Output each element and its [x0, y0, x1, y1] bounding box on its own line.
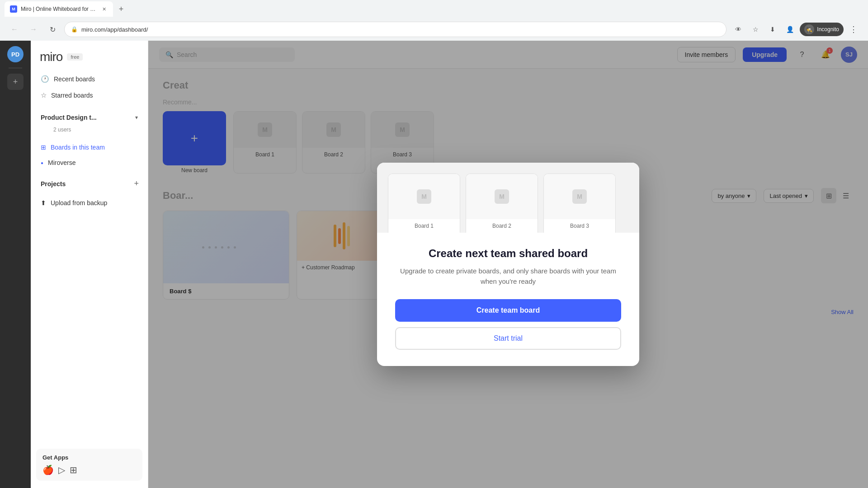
address-bar[interactable]: 🔒 miro.com/app/dashboard/	[64, 22, 726, 37]
team-users-count: 2 users	[36, 125, 142, 136]
miroverse-label: Miroverse	[48, 159, 75, 166]
browser-toolbar: ← → ↻ 🔒 miro.com/app/dashboard/ 👁 ☆ ⬇ 👤 …	[0, 18, 868, 41]
modal-miro-watermark-3: M	[572, 189, 587, 204]
upload-icon: ⬆	[41, 199, 46, 206]
modal-board-thumb-2: M	[466, 174, 538, 219]
clock-icon: 🕐	[41, 75, 49, 83]
boards-icon: ⊞	[41, 144, 46, 151]
modal-board-2: M Board 2	[466, 174, 538, 233]
left-sidebar-thin: PD +	[0, 41, 31, 488]
new-tab-button[interactable]: +	[115, 3, 127, 15]
team-section: Product Design t... ▾ 2 users	[31, 103, 148, 140]
add-project-button[interactable]: +	[130, 177, 142, 190]
modal-board-thumb-1: M	[388, 174, 460, 219]
modal-board-label-2: Board 2	[466, 219, 538, 233]
incognito-label: Incognito	[817, 26, 839, 33]
refresh-button[interactable]: ↻	[45, 22, 60, 37]
main-content: 🔍 Search Invite members Upgrade ? 🔔 1 SJ…	[148, 41, 868, 488]
profile-icon[interactable]: 👤	[783, 22, 797, 37]
bookmark-icon[interactable]: ☆	[748, 22, 763, 37]
download-icon[interactable]: ⬇	[765, 22, 780, 37]
url-text: miro.com/app/dashboard/	[81, 26, 720, 33]
modal-board-1: M Board 1	[388, 174, 460, 233]
get-apps-box: Get Apps 🍎 ▷ ⊞	[36, 449, 142, 481]
miroverse-icon: ●	[41, 160, 43, 165]
android-icon[interactable]: ▷	[58, 465, 65, 475]
add-workspace-button[interactable]: +	[7, 74, 24, 90]
sidebar-bottom: Get Apps 🍎 ▷ ⊞	[31, 441, 148, 488]
modal-dialog: ✕ M Board 1 M	[377, 163, 639, 366]
browser-tab-active[interactable]: M Miro | Online Whiteboard for Vi... ✕	[5, 1, 113, 17]
create-team-board-button[interactable]: Create team board	[395, 299, 621, 322]
tab-favicon: M	[10, 5, 17, 13]
modal-board-3: M Board 3	[543, 174, 616, 233]
upload-label: Upload from backup	[51, 199, 107, 206]
sidebar-item-recent-boards[interactable]: 🕐 Recent boards	[36, 71, 142, 87]
lock-icon: 🔒	[71, 26, 78, 33]
star-icon: ☆	[41, 91, 47, 99]
browser-tabs: M Miro | Online Whiteboard for Vi... ✕ +	[0, 0, 868, 18]
modal-title: Create next team shared board	[395, 247, 621, 260]
incognito-area: 🕵 Incognito	[800, 23, 844, 36]
miro-logo: miro	[40, 50, 62, 64]
sidebar-item-miroverse[interactable]: ● Miroverse	[36, 155, 142, 170]
main-sidebar: miro free 🕐 Recent boards ☆ Starred boar…	[31, 41, 148, 488]
app-icons: 🍎 ▷ ⊞	[42, 465, 136, 475]
user-avatar-sidebar[interactable]: PD	[7, 46, 24, 62]
sidebar-team-nav: ⊞ Boards in this team ● Miroverse	[31, 140, 148, 170]
upload-from-backup-button[interactable]: ⬆ Upload from backup	[36, 196, 142, 210]
get-apps-title: Get Apps	[42, 454, 136, 461]
toolbar-actions: 👁 ☆ ⬇ 👤 🕵 Incognito ⋮	[731, 22, 861, 37]
modal-miro-watermark-2: M	[495, 189, 509, 204]
back-button[interactable]: ←	[7, 22, 22, 37]
sidebar-nav: 🕐 Recent boards ☆ Starred boards	[31, 71, 148, 103]
sidebar-divider	[9, 68, 22, 68]
modal-board-thumb-3: M	[544, 174, 615, 219]
app-container: PD + miro free 🕐 Recent boards ☆ Starred…	[0, 41, 868, 488]
modal-top: M Board 1 M Board 2 M	[377, 163, 639, 233]
modal-overlay: ✕ M Board 1 M	[148, 41, 868, 488]
starred-boards-label: Starred boards	[51, 92, 93, 99]
start-trial-button[interactable]: Start trial	[395, 327, 621, 350]
team-header[interactable]: Product Design t... ▾	[36, 110, 142, 125]
forward-button[interactable]: →	[26, 22, 41, 37]
modal-miro-watermark-1: M	[417, 189, 431, 204]
modal-board-label-1: Board 1	[388, 219, 460, 233]
apple-icon[interactable]: 🍎	[42, 465, 54, 475]
modal-board-preview: M Board 1 M Board 2 M	[388, 174, 616, 233]
modal-board-label-3: Board 3	[544, 219, 615, 233]
tab-close-button[interactable]: ✕	[100, 5, 108, 13]
browser-menu-button[interactable]: ⋮	[846, 22, 861, 37]
lens-icon[interactable]: 👁	[731, 22, 745, 37]
projects-section: Projects +	[31, 170, 148, 194]
modal-description: Upgrade to create private boards, and on…	[395, 266, 621, 286]
team-name-label: Product Design t...	[41, 114, 132, 121]
miro-logo-area: miro free	[31, 41, 148, 71]
incognito-icon: 🕵	[804, 24, 814, 34]
free-badge: free	[67, 53, 83, 61]
browser-chrome: M Miro | Online Whiteboard for Vi... ✕ +…	[0, 0, 868, 41]
team-chevron-icon: ▾	[135, 114, 138, 121]
sidebar-item-starred-boards[interactable]: ☆ Starred boards	[36, 88, 142, 103]
sidebar-item-boards-in-team[interactable]: ⊞ Boards in this team	[36, 140, 142, 155]
tab-title: Miro | Online Whiteboard for Vi...	[21, 6, 97, 12]
modal-body: Create next team shared board Upgrade to…	[377, 233, 639, 366]
recent-boards-label: Recent boards	[54, 75, 95, 83]
boards-in-team-label: Boards in this team	[51, 144, 105, 151]
upload-section: ⬆ Upload from backup	[31, 194, 148, 212]
projects-label: Projects	[36, 180, 70, 188]
windows-icon[interactable]: ⊞	[70, 465, 77, 475]
